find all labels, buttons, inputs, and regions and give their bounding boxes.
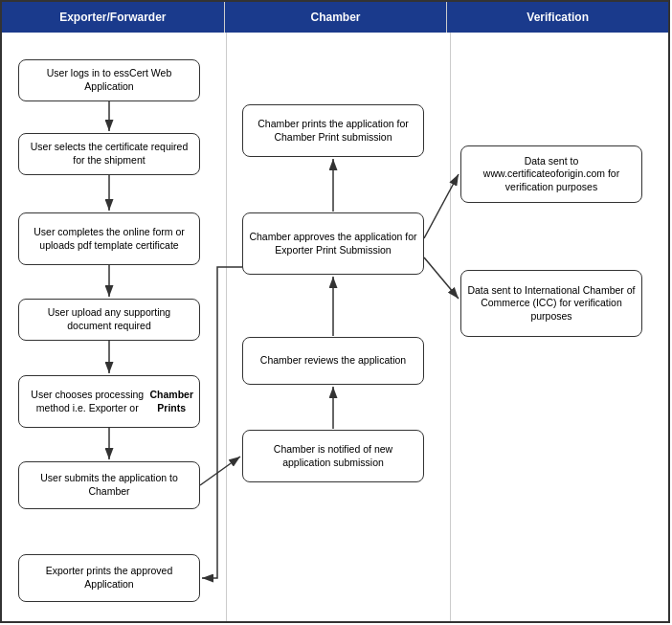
svg-line-6 — [200, 457, 240, 485]
box-data-icc: Data sent to International Chamber of Co… — [460, 270, 642, 337]
svg-line-10 — [424, 174, 459, 238]
header-exporter: Exporter/Forwarder — [2, 2, 225, 33]
divider-2 — [450, 33, 451, 621]
svg-line-11 — [424, 257, 459, 299]
divider-1 — [226, 33, 227, 621]
box-complete-form: User completes the online form or upload… — [18, 212, 200, 265]
box-chamber-reviews: Chamber reviews the application — [242, 337, 424, 385]
content-area: User logs in to essCert Web Application … — [2, 33, 668, 621]
box-chamber-notified: Chamber is notified of new application s… — [242, 430, 424, 482]
box-select-cert: User selects the certificate required fo… — [18, 133, 200, 175]
diagram-container: Exporter/Forwarder Chamber Verification … — [0, 0, 670, 623]
box-processing-method: User chooses processing method i.e. Expo… — [18, 375, 200, 428]
box-chamber-prints: Chamber prints the application for Chamb… — [242, 104, 424, 157]
box-login: User logs in to essCert Web Application — [18, 59, 200, 101]
header-row: Exporter/Forwarder Chamber Verification — [2, 2, 668, 33]
header-chamber: Chamber — [225, 2, 448, 33]
box-upload-docs: User upload any supporting document requ… — [18, 299, 200, 341]
box-submit-app: User submits the application to Chamber — [18, 461, 200, 509]
box-data-cert-origin: Data sent to www.certificateoforigin.com… — [460, 145, 642, 203]
header-verification: Verification — [447, 2, 668, 33]
box-chamber-approves: Chamber approves the application for Exp… — [242, 212, 424, 275]
box-exporter-prints: Exporter prints the approved Application — [18, 554, 200, 602]
